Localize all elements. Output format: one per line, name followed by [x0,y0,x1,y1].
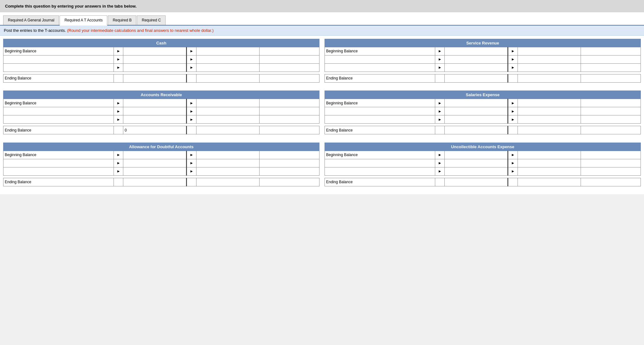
ar-row1-left-input[interactable] [125,101,185,105]
ar-ending-left[interactable] [123,126,186,134]
unc-row2-right[interactable] [518,159,581,167]
sr-row2-right[interactable] [518,55,581,63]
unc-row2-left[interactable] [445,159,508,167]
sal-row2-right[interactable] [518,107,581,115]
unc-ending-left[interactable] [445,178,508,186]
unc-row3-right[interactable] [518,167,581,175]
cash-row2-right[interactable] [196,55,259,63]
ar-row1-right[interactable] [196,99,259,107]
sal-row2-left[interactable] [445,107,508,115]
allowance-row1-right-input[interactable] [198,153,258,157]
allowance-ending-right[interactable] [196,178,259,186]
sr-row1-left[interactable] [445,47,508,55]
sal-row3-right-input[interactable] [519,117,579,122]
unc-row1-right[interactable] [518,151,581,159]
sal-ending-right-input[interactable] [519,128,579,132]
cash-row1-right[interactable] [196,47,259,55]
tab-required-a-general-journal[interactable]: Required A General Journal [3,15,59,25]
cash-row1-left[interactable] [123,47,186,55]
sr-row2-left-input[interactable] [446,57,506,61]
unc-row1-left-input[interactable] [446,153,506,157]
cash-ending-right[interactable] [196,74,259,82]
cash-ending-left-input[interactable] [125,76,185,80]
unc-row2-left-input[interactable] [446,161,506,165]
allowance-row3-right-input[interactable] [198,169,258,173]
sal-row3-left[interactable] [445,115,508,124]
allowance-ending-right-input[interactable] [198,180,258,184]
sal-row1-left-input[interactable] [446,101,506,105]
sal-row3-right[interactable] [518,115,581,124]
tab-required-c[interactable]: Required C [137,15,166,25]
sr-ending-left-input[interactable] [446,76,506,80]
cash-row2-right-input[interactable] [198,57,258,61]
ar-row2-left[interactable] [123,107,186,115]
sr-row2-right-input[interactable] [519,57,579,61]
sal-row3-left-input[interactable] [446,117,506,122]
cash-ending-left[interactable] [123,74,186,82]
sal-row2-left-input[interactable] [446,109,506,114]
ar-row2-right-input[interactable] [198,109,258,114]
sr-row3-left[interactable] [445,63,508,72]
ar-row3-right-input[interactable] [198,117,258,122]
allowance-row1-right[interactable] [196,151,259,159]
cash-row3-left-input[interactable] [125,65,185,70]
unc-row3-right-input[interactable] [519,169,579,173]
sal-row1-left[interactable] [445,99,508,107]
tab-required-b[interactable]: Required B [108,15,136,25]
allowance-row1-left[interactable] [123,151,186,159]
ar-ending-right[interactable] [196,126,259,134]
unc-row2-right-input[interactable] [519,161,579,165]
allowance-row3-right[interactable] [196,167,259,175]
cash-ending-right-input[interactable] [198,76,258,80]
sal-ending-right[interactable] [518,126,581,134]
allowance-row3-left-input[interactable] [125,169,185,173]
ar-ending-right-input[interactable] [198,128,258,132]
sr-row3-right-input[interactable] [519,65,579,70]
allowance-row3-left[interactable] [123,167,186,175]
allowance-row2-left[interactable] [123,159,186,167]
sal-row2-right-input[interactable] [519,109,579,114]
unc-ending-right-input[interactable] [519,180,579,184]
tab-required-a-t-accounts[interactable]: Required A T Accounts [60,15,107,26]
allowance-row2-right-input[interactable] [198,161,258,165]
unc-row1-left[interactable] [445,151,508,159]
allowance-row1-left-input[interactable] [125,153,185,157]
cash-row1-left-input[interactable] [125,49,185,53]
unc-ending-right[interactable] [518,178,581,186]
sal-row1-right-input[interactable] [519,101,579,105]
sr-row2-left[interactable] [445,55,508,63]
cash-row1-right-input[interactable] [198,49,258,53]
cash-row2-left-input[interactable] [125,57,185,61]
cash-row3-right[interactable] [196,63,259,72]
unc-row3-left[interactable] [445,167,508,175]
sal-ending-left[interactable] [445,126,508,134]
sr-ending-right-input[interactable] [519,76,579,80]
unc-ending-left-input[interactable] [446,180,506,184]
ar-row3-right[interactable] [196,115,259,124]
ar-row1-left[interactable] [123,99,186,107]
sr-row1-left-input[interactable] [446,49,506,53]
unc-row1-right-input[interactable] [519,153,579,157]
sr-row3-right[interactable] [518,63,581,72]
allowance-ending-left-input[interactable] [125,180,185,184]
ar-row2-right[interactable] [196,107,259,115]
sal-ending-left-input[interactable] [446,128,506,132]
cash-row3-right-input[interactable] [198,65,258,70]
sr-row3-left-input[interactable] [446,65,506,70]
allowance-ending-left[interactable] [123,178,186,186]
ar-row3-left-input[interactable] [125,117,185,122]
sr-row1-right[interactable] [518,47,581,55]
sal-row1-right[interactable] [518,99,581,107]
cash-row3-left[interactable] [123,63,186,72]
ar-row3-left[interactable] [123,115,186,124]
unc-row3-left-input[interactable] [446,169,506,173]
allowance-row2-right[interactable] [196,159,259,167]
sr-ending-left[interactable] [445,74,508,82]
allowance-row2-left-input[interactable] [125,161,185,165]
sr-ending-right[interactable] [518,74,581,82]
cash-row2-left[interactable] [123,55,186,63]
ar-row2-left-input[interactable] [125,109,185,114]
ar-ending-left-input[interactable] [125,128,185,132]
sr-row1-right-input[interactable] [519,49,579,53]
ar-row1-right-input[interactable] [198,101,258,105]
